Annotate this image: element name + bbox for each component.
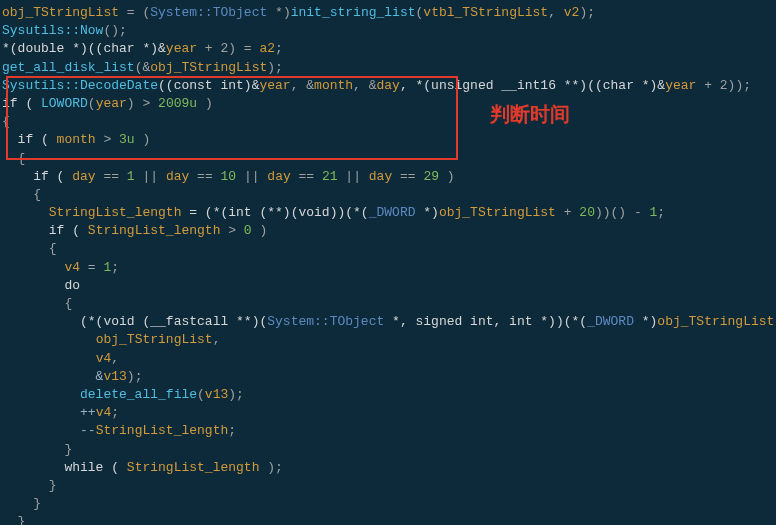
code-line[interactable]: while ( StringList_length );: [2, 459, 774, 477]
code-line[interactable]: {: [2, 295, 774, 313]
code-line[interactable]: obj_TStringList = (System::TObject *)ini…: [2, 4, 774, 22]
code-line[interactable]: }: [2, 513, 774, 525]
code-line[interactable]: {: [2, 186, 774, 204]
code-line[interactable]: v4,: [2, 350, 774, 368]
code-line[interactable]: }: [2, 477, 774, 495]
code-line[interactable]: Sysutils::Now();: [2, 22, 774, 40]
code-line[interactable]: {: [2, 150, 774, 168]
code-line[interactable]: if ( month > 3u ): [2, 131, 774, 149]
code-pane: obj_TStringList = (System::TObject *)ini…: [0, 0, 776, 525]
code-line[interactable]: StringList_length = (*(int (**)(void))(*…: [2, 204, 774, 222]
code-line[interactable]: ++v4;: [2, 404, 774, 422]
code-line[interactable]: if ( LOWORD(year) > 2009u ): [2, 95, 774, 113]
code-line[interactable]: get_all_disk_list(&obj_TStringList);: [2, 59, 774, 77]
code-line[interactable]: &v13);: [2, 368, 774, 386]
code-line[interactable]: }: [2, 495, 774, 513]
code-line[interactable]: --StringList_length;: [2, 422, 774, 440]
code-line[interactable]: {: [2, 113, 774, 131]
code-line[interactable]: delete_all_file(v13);: [2, 386, 774, 404]
code-line[interactable]: obj_TStringList,: [2, 331, 774, 349]
code-line[interactable]: {: [2, 240, 774, 258]
code-line[interactable]: (*(void (__fastcall **)(System::TObject …: [2, 313, 774, 331]
code-line[interactable]: v4 = 1;: [2, 259, 774, 277]
code-line[interactable]: if ( day == 1 || day == 10 || day == 21 …: [2, 168, 774, 186]
code-line[interactable]: if ( StringList_length > 0 ): [2, 222, 774, 240]
code-line[interactable]: Sysutils::DecodeDate((const int)&year, &…: [2, 77, 774, 95]
code-line[interactable]: *(double *)((char *)&year + 2) = a2;: [2, 40, 774, 58]
code-line[interactable]: }: [2, 441, 774, 459]
code-line[interactable]: do: [2, 277, 774, 295]
